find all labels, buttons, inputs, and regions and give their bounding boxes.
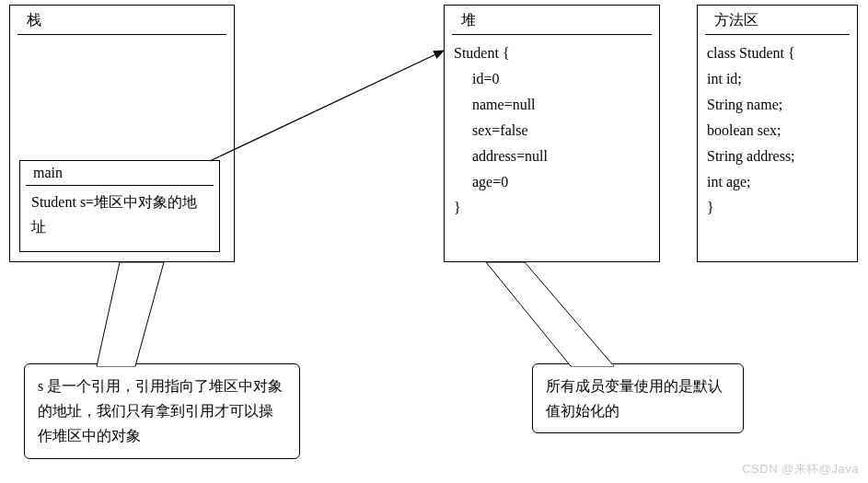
svg-marker-3	[488, 263, 612, 365]
method-area-line: }	[707, 200, 714, 215]
method-area-line: int id;	[707, 71, 742, 86]
method-area-line: int age;	[707, 174, 751, 190]
method-area-line: class Student {	[707, 45, 795, 61]
stack-frame-title: main	[26, 161, 214, 186]
heap-line: name=null	[454, 92, 650, 118]
heap-line: sex=false	[454, 118, 650, 144]
heap-title: 堆	[452, 6, 652, 35]
method-area-line: String address;	[707, 148, 795, 164]
stack-frame-main: main Student s=堆区中对象的地址	[19, 160, 220, 252]
callout-connector-left	[97, 262, 164, 366]
heap-line: }	[454, 200, 461, 215]
stack-box: 栈 main Student s=堆区中对象的地址	[9, 5, 235, 262]
heap-box: 堆 Student { id=0 name=null sex=false add…	[444, 5, 660, 262]
callout-text: s 是一个引用，引用指向了堆区中对象的地址，我们只有拿到引用才可以操作堆区中的对…	[38, 378, 283, 443]
stack-title: 栈	[17, 6, 226, 35]
method-area-line: boolean sex;	[707, 122, 781, 138]
method-area-line: String name;	[707, 97, 782, 112]
heap-body: Student { id=0 name=null sex=false addre…	[445, 35, 659, 226]
svg-marker-1	[98, 263, 162, 365]
method-area-title: 方法区	[705, 6, 850, 35]
method-area-body: class Student { int id; String name; boo…	[698, 35, 857, 226]
stack-frame-body: Student s=堆区中对象的地址	[20, 186, 219, 247]
watermark: CSDN @来杯@Java	[742, 461, 859, 477]
callout-heap-note: 所有成员变量使用的是默认值初始化的	[532, 363, 744, 433]
heap-line: Student {	[454, 45, 510, 61]
callout-stack-note: s 是一个引用，引用指向了堆区中对象的地址，我们只有拿到引用才可以操作堆区中的对…	[24, 363, 300, 459]
heap-line: address=null	[454, 144, 650, 169]
callout-text: 所有成员变量使用的是默认值初始化的	[546, 378, 723, 419]
heap-line: age=0	[454, 169, 650, 195]
heap-line: id=0	[454, 66, 650, 92]
callout-connector-right	[486, 262, 614, 366]
reference-arrow	[210, 51, 444, 161]
method-area-box: 方法区 class Student { int id; String name;…	[697, 5, 858, 262]
